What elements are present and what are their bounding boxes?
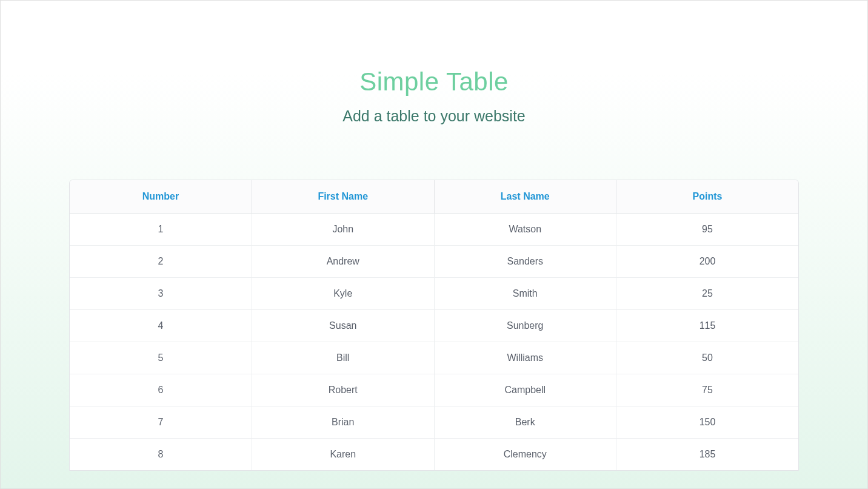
cell-points: 200 bbox=[616, 246, 799, 278]
cell-points: 50 bbox=[616, 342, 799, 374]
table-row: 1 John Watson 95 bbox=[70, 214, 798, 246]
table-header: Number First Name Last Name Points bbox=[70, 180, 798, 214]
table-row: 4 Susan Sunberg 115 bbox=[70, 310, 798, 342]
cell-points: 75 bbox=[616, 374, 799, 406]
table-row: 5 Bill Williams 50 bbox=[70, 342, 798, 374]
column-header-first-name[interactable]: First Name bbox=[252, 180, 435, 214]
cell-first-name: Robert bbox=[252, 374, 435, 406]
column-header-number[interactable]: Number bbox=[70, 180, 252, 214]
column-header-last-name[interactable]: Last Name bbox=[434, 180, 616, 214]
cell-number: 6 bbox=[70, 374, 252, 406]
cell-number: 1 bbox=[70, 214, 252, 246]
table-row: 2 Andrew Sanders 200 bbox=[70, 246, 798, 278]
cell-points: 95 bbox=[616, 214, 799, 246]
cell-first-name: Karen bbox=[252, 439, 435, 471]
cell-number: 2 bbox=[70, 246, 252, 278]
table-row: 6 Robert Campbell 75 bbox=[70, 374, 798, 406]
cell-number: 3 bbox=[70, 278, 252, 310]
data-table-wrapper: Number First Name Last Name Points 1 Joh… bbox=[69, 180, 799, 471]
page-title: Simple Table bbox=[359, 67, 509, 96]
page-subtitle: Add a table to your website bbox=[342, 107, 526, 125]
table-row: 8 Karen Clemency 185 bbox=[70, 439, 798, 471]
cell-last-name: Sanders bbox=[434, 246, 616, 278]
cell-last-name: Campbell bbox=[434, 374, 616, 406]
table-row: 7 Brian Berk 150 bbox=[70, 406, 798, 439]
cell-first-name: Brian bbox=[252, 406, 435, 439]
cell-first-name: Bill bbox=[252, 342, 435, 374]
cell-last-name: Berk bbox=[434, 406, 616, 439]
cell-last-name: Watson bbox=[434, 214, 616, 246]
page-frame: Simple Table Add a table to your website… bbox=[0, 0, 868, 489]
cell-first-name: John bbox=[252, 214, 435, 246]
cell-number: 7 bbox=[70, 406, 252, 439]
cell-number: 8 bbox=[70, 439, 252, 471]
table-body: 1 John Watson 95 2 Andrew Sanders 200 3 … bbox=[70, 214, 798, 471]
column-header-points[interactable]: Points bbox=[616, 180, 799, 214]
table-row: 3 Kyle Smith 25 bbox=[70, 278, 798, 310]
cell-number: 4 bbox=[70, 310, 252, 342]
cell-last-name: Williams bbox=[434, 342, 616, 374]
cell-last-name: Sunberg bbox=[434, 310, 616, 342]
cell-first-name: Kyle bbox=[252, 278, 435, 310]
cell-last-name: Smith bbox=[434, 278, 616, 310]
cell-first-name: Susan bbox=[252, 310, 435, 342]
cell-first-name: Andrew bbox=[252, 246, 435, 278]
table-header-row: Number First Name Last Name Points bbox=[70, 180, 798, 214]
cell-number: 5 bbox=[70, 342, 252, 374]
cell-last-name: Clemency bbox=[434, 439, 616, 471]
cell-points: 185 bbox=[616, 439, 799, 471]
data-table: Number First Name Last Name Points 1 Joh… bbox=[70, 180, 798, 470]
cell-points: 25 bbox=[616, 278, 799, 310]
cell-points: 115 bbox=[616, 310, 799, 342]
cell-points: 150 bbox=[616, 406, 799, 439]
